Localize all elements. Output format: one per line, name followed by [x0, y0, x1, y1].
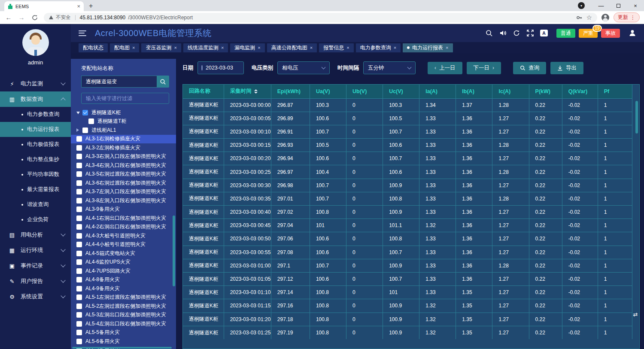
tab-close-icon[interactable]	[174, 45, 176, 50]
sidebar-item[interactable]: ⚡ 电力监测	[0, 76, 71, 91]
tree-checkbox[interactable]	[76, 303, 82, 309]
search-icon[interactable]	[484, 28, 494, 38]
voltage-type-select[interactable]: 相电压	[277, 61, 330, 74]
tree-item[interactable]: AL5-1左洞过渡段左侧加强照明火灾	[71, 293, 176, 302]
tab-close-icon[interactable]	[258, 45, 260, 50]
address-bar[interactable]: 不安全 45.81.195.134:8090 /3000WEBV2/Electr…	[44, 13, 597, 22]
tree-item[interactable]: AL3-3右洞入口段左侧加强照明火灾	[71, 152, 176, 161]
reload-icon[interactable]	[30, 13, 39, 22]
tree-item[interactable]: AL4-5箱式变电站火灾	[71, 249, 176, 258]
page-tab[interactable]: 电力参数查询	[356, 43, 401, 52]
page-tab[interactable]: 报警信息	[319, 43, 353, 52]
tree-checkbox[interactable]	[76, 259, 82, 265]
expand-arrow-icon[interactable]	[76, 109, 82, 115]
tree-item[interactable]: AL3-9备用火灾	[71, 205, 176, 214]
tree-horizontal-scrollbar[interactable]	[72, 347, 172, 349]
tree-checkbox[interactable]	[76, 145, 82, 151]
tree-item[interactable]: AL4-9备用火灾	[71, 284, 176, 293]
sidebar-item[interactable]: 电力参数查询	[0, 107, 71, 122]
tree-checkbox[interactable]	[76, 330, 82, 335]
alarm-badge[interactable]: 普通	[556, 29, 575, 38]
sidebar-item[interactable]: 电力极值报表	[0, 137, 71, 152]
table-row[interactable]: 逐桐隧道K柜 2023-03-03 00:30 296.98 100.7 0 1…	[183, 179, 632, 192]
refresh-icon[interactable]	[512, 28, 521, 38]
back-button[interactable]: ←	[4, 14, 13, 21]
tab-search-icon[interactable]: ▾	[578, 2, 585, 9]
tree-item[interactable]: AL5-3左洞出口段左侧加强照明火灾	[71, 311, 176, 320]
tree-checkbox[interactable]	[82, 127, 88, 133]
date-picker[interactable]	[197, 61, 244, 74]
tree-item[interactable]: AL3-1右洞检修插座火灾	[71, 135, 176, 144]
table-row[interactable]: 逐桐隧道K柜 2023-03-03 00:40 297.02 100.8 0 1…	[183, 206, 632, 219]
date-input[interactable]	[206, 65, 240, 71]
tree-item[interactable]: AL5-2左洞过渡段右侧加强照明火灾	[71, 302, 176, 311]
interval-select[interactable]: 五分钟	[363, 61, 416, 74]
browser-update-button[interactable]: 更新 ⋮	[614, 12, 640, 22]
tree-item[interactable]: AL3-5右洞过渡段左侧加强照明火灾	[71, 170, 176, 179]
tab-close-icon[interactable]: ×	[77, 3, 80, 9]
table-row[interactable]: 逐桐隧道K柜 2023-03-03 01:25 297.19 100.8 0 1…	[183, 326, 632, 339]
tree-checkbox[interactable]	[76, 312, 82, 318]
page-tab[interactable]: 线缆温度监测	[183, 43, 228, 52]
tree-checkbox[interactable]	[76, 224, 82, 230]
tree-item[interactable]: AL3-4右洞入口段右侧加强照明火灾	[71, 161, 176, 170]
sidebar-item[interactable]: ▦ 运行环境	[0, 243, 71, 258]
table-row[interactable]: 逐桐隧道K柜 2023-03-03 00:15 296.93 100.5 0 1…	[183, 139, 632, 152]
table-row[interactable]: 逐桐隧道K柜 2023-03-03 00:45 297.04 101 0 101…	[183, 219, 632, 232]
tree-item[interactable]: AL4-2右洞出口段右侧加强照明火灾	[71, 223, 176, 232]
sidebar-item[interactable]: ▥ 数据查询	[0, 91, 71, 107]
page-tab[interactable]: 高速公路配电图	[267, 43, 317, 52]
table-row[interactable]: 逐桐隧道K柜 2023-03-03 00:10 296.91 100.7 0 1…	[183, 125, 632, 138]
new-tab-button[interactable]: +	[89, 2, 93, 11]
browser-menu-kebab-icon[interactable]: ⋮	[630, 15, 635, 21]
tree-item[interactable]: AL5-5备用火灾	[71, 328, 176, 337]
tree-checkbox[interactable]	[76, 268, 82, 274]
tab-close-icon[interactable]	[310, 45, 313, 50]
tree-item[interactable]: AL5-6备用火灾	[71, 337, 176, 346]
tree-scrollbar[interactable]	[173, 215, 175, 286]
hamburger-menu-icon[interactable]	[79, 30, 86, 36]
sidebar-item[interactable]: 电力运行报表	[0, 122, 71, 137]
tree-checkbox[interactable]	[76, 294, 82, 300]
tree-checkbox[interactable]	[76, 321, 82, 327]
station-search-button[interactable]	[157, 76, 169, 88]
table-row[interactable]: 逐桐隧道K柜 2023-03-03 00:35 297.01 100.7 0 1…	[183, 192, 632, 205]
table-row[interactable]: 逐桐隧道K柜 2023-03-03 00:55 297.08 100.6 0 1…	[183, 246, 632, 259]
station-search-input[interactable]	[81, 76, 157, 88]
table-row[interactable]: 逐桐隧道K柜 2023-03-03 00:20 296.94 100.6 0 1…	[183, 152, 632, 165]
tree-item[interactable]: 逐桐隧道K柜	[71, 108, 176, 117]
forward-button[interactable]: →	[17, 14, 26, 21]
tab-close-icon[interactable]	[221, 45, 224, 50]
table-scrollbar[interactable]	[635, 101, 638, 134]
tree-checkbox[interactable]	[76, 215, 82, 221]
sidebar-item[interactable]: 电力整点集抄	[0, 152, 71, 167]
tree-item[interactable]: AL3-8左洞入口段右侧加强照明火灾	[71, 196, 176, 205]
browser-profile-avatar[interactable]	[601, 14, 609, 21]
user-icon[interactable]	[628, 28, 637, 38]
tree-item[interactable]: AL4-7UPS回路火灾	[71, 267, 176, 276]
fullscreen-icon[interactable]	[526, 28, 535, 38]
bookmark-star-icon[interactable]: ☆	[586, 14, 592, 21]
tree-checkbox[interactable]	[76, 339, 82, 344]
table-row[interactable]: 逐桐隧道K柜 2023-03-03 01:15 297.16 100.8 0 1…	[183, 299, 632, 313]
table-row[interactable]: 逐桐隧道K柜 2023-03-03 00:25 296.97 100.4 0 1…	[183, 165, 632, 179]
close-button[interactable]: ×	[627, 0, 644, 11]
tree-checkbox[interactable]	[88, 118, 94, 124]
page-tab[interactable]: 配电状态	[79, 43, 108, 52]
tree-checkbox[interactable]	[76, 136, 82, 142]
page-tab[interactable]: 变压器监测	[141, 43, 181, 52]
tree-item[interactable]: 逐桐隧道T柜	[71, 117, 176, 126]
tab-close-icon[interactable]	[346, 45, 349, 50]
sidebar-item[interactable]: ⚙ 系统设置	[0, 289, 71, 304]
sound-icon[interactable]	[498, 28, 507, 38]
tree-checkbox[interactable]	[76, 189, 82, 194]
collapse-arrow-icon[interactable]	[76, 127, 82, 133]
tree-checkbox[interactable]	[76, 171, 82, 177]
alarm-badge[interactable]: 严重 19	[579, 29, 598, 38]
tree-checkbox[interactable]	[76, 154, 82, 159]
tree-item[interactable]: AL4-4小桩号引道照明火灾	[71, 240, 176, 249]
tree-item[interactable]: 进线柜AL1	[71, 126, 176, 135]
tree-checkbox[interactable]	[76, 286, 82, 291]
minimize-button[interactable]: —	[592, 0, 610, 11]
tree-checkbox[interactable]	[76, 198, 82, 203]
